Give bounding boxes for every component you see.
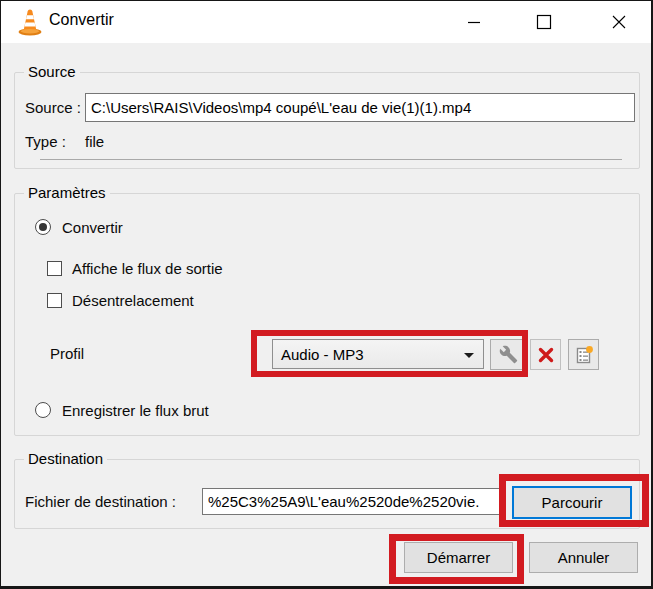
window-title: Convertir (49, 11, 114, 29)
cancel-button[interactable]: Annuler (529, 542, 638, 573)
start-button[interactable]: Démarrer (404, 542, 513, 573)
browse-button-label: Parcourir (542, 494, 603, 511)
minimize-icon (467, 15, 481, 29)
profile-dropdown[interactable]: Audio - MP3 (272, 339, 484, 369)
profile-list-badge-icon (574, 345, 594, 365)
type-label: Type : (25, 133, 66, 150)
dump-radio-label[interactable]: Enregistrer le flux brut (62, 402, 209, 419)
browse-button[interactable]: Parcourir (512, 486, 632, 519)
parameters-group: Paramètres Convertir Affiche le flux de … (14, 193, 640, 436)
close-button[interactable] (596, 1, 642, 43)
profile-dropdown-value: Audio - MP3 (281, 346, 364, 363)
edit-profile-button[interactable] (490, 339, 527, 370)
cancel-button-label: Annuler (558, 549, 610, 566)
convert-dialog: Convertir Source Source : Type : file Pa… (0, 0, 653, 589)
convert-radio-label[interactable]: Convertir (62, 219, 123, 236)
destination-group: Destination Fichier de destination : Par… (14, 459, 640, 529)
profile-label: Profil (50, 345, 84, 362)
maximize-button[interactable] (521, 1, 567, 43)
delete-profile-button[interactable] (530, 339, 561, 370)
convert-radio[interactable] (35, 219, 51, 235)
start-button-label: Démarrer (427, 549, 490, 566)
parameters-group-title: Paramètres (24, 184, 110, 201)
title-bar: Convertir (1, 1, 651, 43)
red-x-icon (537, 346, 555, 364)
source-group-title: Source (24, 63, 80, 80)
deinterlace-label[interactable]: Désentrelacement (72, 292, 194, 309)
new-profile-button[interactable] (568, 339, 599, 370)
close-icon (611, 14, 627, 30)
display-output-checkbox[interactable] (47, 261, 62, 276)
destination-path-input[interactable] (202, 488, 500, 515)
dump-radio[interactable] (35, 402, 51, 418)
destination-group-title: Destination (24, 450, 107, 467)
destination-file-label: Fichier de destination : (25, 493, 176, 510)
source-path-input[interactable] (85, 93, 635, 122)
type-value: file (85, 133, 104, 150)
display-output-label[interactable]: Affiche le flux de sortie (72, 260, 223, 277)
chevron-down-icon (464, 353, 474, 358)
source-divider (40, 159, 622, 160)
source-field-label: Source : (25, 99, 81, 116)
vlc-cone-icon (17, 8, 43, 36)
source-group: Source Source : Type : file (14, 72, 640, 169)
minimize-button[interactable] (451, 1, 497, 43)
wrench-icon (499, 345, 518, 364)
maximize-icon (536, 14, 552, 30)
deinterlace-checkbox[interactable] (47, 293, 62, 308)
